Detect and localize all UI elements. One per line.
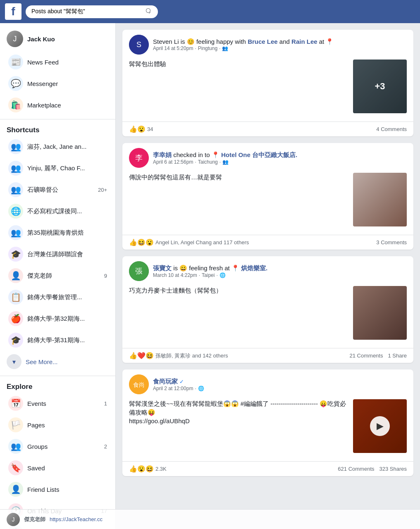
post-body: ▶ 髯髯漢堡之後~~現在有髯髯龍蝦堡😱😱 #編編餓了 -------------…	[122, 399, 413, 461]
comment-count[interactable]: 4 Comments	[376, 126, 407, 132]
sidebar-item-label: 淑芬, Jack, Jane an...	[27, 143, 86, 151]
footer-right: 21 Comments 1 Share	[350, 353, 407, 359]
post-body: 巧克力丹麥卡士達麵包（髯髯包）	[122, 286, 413, 348]
list-icon: 📋	[8, 290, 23, 305]
watermark: J 傑克老師 https://JackTeacher.cc	[0, 509, 420, 529]
sidebar-item-shortcut-2[interactable]: 👥 Yinju, 麗琴, Chao F...	[2, 157, 114, 179]
author-link[interactable]: 李幸娟	[153, 151, 172, 158]
sidebar-item-label: Pages	[27, 422, 45, 429]
sidebar-item-shortcut-7[interactable]: 👤 傑克老師 9	[2, 265, 114, 286]
post-time: April 6 at 12:56pm · Taichung · 👥	[153, 159, 407, 165]
sidebar-item-messenger[interactable]: 💬 Messenger	[2, 73, 114, 94]
sidebar-item-shortcut-10[interactable]: 🎓 銘傳大學-第31期海...	[2, 329, 114, 351]
svg-text:李: 李	[135, 154, 143, 162]
post-author: Steven Li is 😊 feeling happy with Bruce …	[153, 38, 407, 45]
tagged-user-link[interactable]: Rain Lee	[291, 38, 317, 45]
sidebar-item-shortcut-5[interactable]: 👥 第35期桃園海青烘焙	[2, 222, 114, 243]
sidebar-item-shortcut-3[interactable]: 👥 石礦嗥督公 20+	[2, 179, 114, 200]
events-icon: 📅	[8, 396, 23, 411]
share-count[interactable]: 323 Shares	[379, 466, 407, 472]
svg-text:S: S	[136, 41, 141, 49]
post-author: 食尚玩家 ✓	[153, 378, 407, 386]
sidebar-item-label: Messenger	[27, 80, 58, 87]
post-time: April 14 at 5:20pm · Pingtung · 👥	[153, 45, 407, 51]
sidebar-item-label: Yinju, 麗琴, Chao F...	[27, 164, 85, 172]
sidebar-item-label: Groups	[27, 443, 48, 450]
sidebar-item-label: 不必寫程式課後同...	[27, 207, 82, 215]
group-icon: 👥	[8, 182, 23, 197]
post-card: 李 李幸娟 checked in to 📍 Hotel One 台中亞緻大飯店.…	[122, 143, 413, 250]
sidebar-item-shortcut-4[interactable]: 🌐 不必寫程式課後同...	[2, 200, 114, 222]
group-icon: 👥	[8, 225, 23, 240]
author-link[interactable]: 食尚玩家	[153, 378, 178, 385]
sidebar-item-shortcut-9[interactable]: 🍎 銘傳大學-第32期海...	[2, 308, 114, 329]
avatar: 李	[129, 148, 149, 168]
post-footer: 👍😆😮 Angel Lin, Angel Chang and 117 other…	[122, 235, 413, 250]
sidebar-divider	[0, 376, 115, 376]
sidebar-item-label: Marketplace	[27, 102, 61, 109]
sidebar-item-pages[interactable]: 🏳️ Pages	[2, 414, 114, 436]
see-more-label: See More...	[26, 358, 58, 365]
post-author: 張寶文 is 😀 feeling fresh at 📍 烘焙樂室.	[153, 264, 407, 272]
sidebar-item-news-feed[interactable]: 📰 News Feed	[2, 51, 114, 73]
reactions: 👍😮 34	[129, 125, 153, 133]
sidebar-item-marketplace[interactable]: 🛍️ Marketplace	[2, 94, 114, 116]
post-footer: 👍😮😆 2.3K 621 Comments 323 Shares	[122, 461, 413, 476]
sidebar-item-label: 傑克老師	[27, 272, 52, 280]
search-input[interactable]	[31, 8, 142, 15]
post-header: 李 李幸娟 checked in to 📍 Hotel One 台中亞緻大飯店.…	[122, 143, 413, 173]
image-count-overlay: +3	[353, 60, 407, 113]
privacy-icon: 🌐	[220, 272, 226, 278]
share-count[interactable]: 1 Share	[388, 353, 407, 359]
sidebar-item-shortcut-8[interactable]: 📋 銘傳大學餐旅管理...	[2, 286, 114, 308]
reactions: 👍😆😮 Angel Lin, Angel Chang and 117 other…	[129, 238, 249, 246]
sidebar-item-saved[interactable]: 🔖 Saved	[2, 457, 114, 479]
search-box[interactable]	[26, 5, 158, 18]
author-link[interactable]: 張寶文	[153, 264, 172, 272]
top-header: f	[0, 0, 420, 23]
place-link[interactable]: Hotel One 台中亞緻大飯店.	[221, 151, 297, 158]
group-icon: 👥	[8, 161, 23, 176]
sidebar-item-friend-lists[interactable]: 👤 Friend Lists	[2, 479, 114, 500]
sidebar-item-label: 石礦嗥督公	[27, 186, 58, 194]
tagged-user-link[interactable]: Bruce Lee	[248, 38, 278, 45]
see-more-shortcuts[interactable]: ▾ See More...	[0, 351, 115, 372]
post-body: 傳說中的髯髯包這居有…就是要髯	[122, 173, 413, 235]
sidebar-item-shortcut-6[interactable]: 🎓 台灣兼任講師聯誼會	[2, 243, 114, 265]
place-link[interactable]: 烘焙樂室.	[241, 264, 267, 272]
post-meta: 李幸娟 checked in to 📍 Hotel One 台中亞緻大飯店. A…	[153, 151, 407, 165]
reactions: 👍❤️😆 孫敏師, 黃素珍 and 142 others	[129, 352, 228, 360]
sidebar-item-label: 台灣兼任講師聯誼會	[27, 250, 83, 258]
post-footer: 👍❤️😆 孫敏師, 黃素珍 and 142 others 21 Comments…	[122, 348, 413, 363]
post-image	[353, 173, 407, 226]
sidebar-item-events[interactable]: 📅 Events 1	[2, 393, 114, 414]
reaction-emojis: 👍😆😮	[129, 238, 154, 246]
content-area: S Steven Li is 😊 feeling happy with Bruc…	[116, 23, 420, 529]
shortcuts-title: Shortcuts	[0, 123, 115, 136]
sidebar-user[interactable]: J Jack Kuo	[0, 26, 115, 51]
sidebar-item-label: Friend Lists	[27, 486, 60, 493]
sidebar-item-label: News Feed	[27, 59, 59, 66]
explore-title: Explore	[0, 379, 115, 393]
sidebar-divider	[0, 119, 115, 119]
post-header: S Steven Li is 😊 feeling happy with Bruc…	[122, 30, 413, 60]
saved-icon: 🔖	[8, 460, 23, 475]
sidebar-item-label: 第35期桃園海青烘焙	[27, 229, 84, 237]
facebook-logo[interactable]: f	[5, 3, 21, 20]
badge: 9	[104, 273, 107, 279]
comment-count[interactable]: 621 Comments	[338, 466, 374, 472]
grad-icon: 🎓	[8, 333, 23, 348]
sidebar-item-groups[interactable]: 👥 Groups 2	[2, 436, 114, 457]
post-footer: 👍😮 34 4 Comments	[122, 122, 413, 136]
play-button[interactable]: ▶	[370, 416, 390, 436]
comment-count[interactable]: 3 Comments	[376, 239, 407, 245]
comment-count[interactable]: 21 Comments	[350, 353, 383, 359]
group-icon: 👥	[8, 139, 23, 154]
post-meta: Steven Li is 😊 feeling happy with Bruce …	[153, 38, 407, 51]
sidebar-item-shortcut-1[interactable]: 👥 淑芬, Jack, Jane an...	[2, 136, 114, 157]
sidebar-item-label: 銘傳大學餐旅管理...	[27, 293, 82, 301]
post-meta: 張寶文 is 😀 feeling fresh at 📍 烘焙樂室. March …	[153, 264, 407, 278]
post-time: April 2 at 12:00pm · 🌐	[153, 386, 407, 391]
post-author: 李幸娟 checked in to 📍 Hotel One 台中亞緻大飯店.	[153, 151, 407, 159]
sidebar-item-label: 銘傳大學-第31期海...	[27, 336, 85, 344]
